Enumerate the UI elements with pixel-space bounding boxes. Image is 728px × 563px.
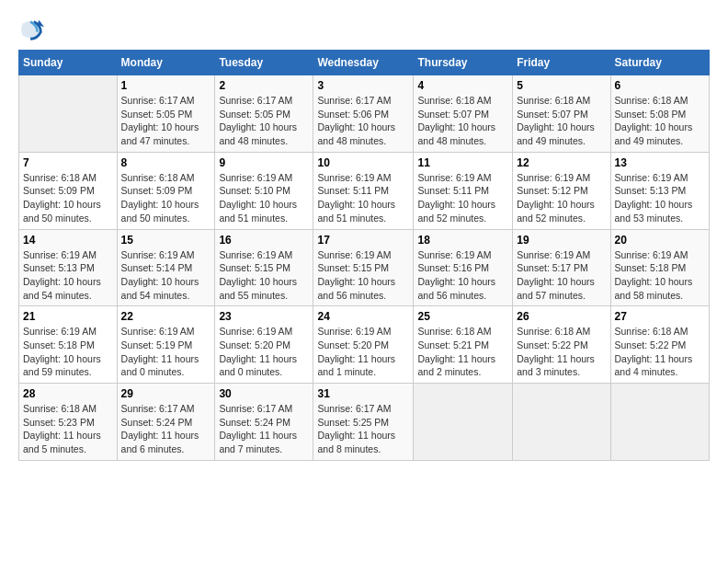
day-info: Sunrise: 6:19 AMSunset: 5:10 PMDaylight:… [219,171,309,225]
day-cell [610,384,709,461]
week-row-4: 21Sunrise: 6:19 AMSunset: 5:18 PMDayligh… [19,306,710,384]
day-number: 23 [219,310,309,323]
day-info: Sunrise: 6:18 AMSunset: 5:07 PMDaylight:… [517,94,606,148]
day-number: 4 [417,79,508,92]
day-number: 15 [121,234,211,247]
day-info: Sunrise: 6:19 AMSunset: 5:20 PMDaylight:… [219,325,309,379]
page: SundayMondayTuesdayWednesdayThursdayFrid… [0,0,728,472]
day-info: Sunrise: 6:19 AMSunset: 5:15 PMDaylight:… [219,248,309,303]
col-header-thursday: Thursday [414,51,513,75]
day-cell: 19Sunrise: 6:19 AMSunset: 5:17 PMDayligh… [513,229,610,306]
day-cell: 3Sunrise: 6:17 AMSunset: 5:06 PMDaylight… [313,75,414,153]
day-cell: 24Sunrise: 6:19 AMSunset: 5:20 PMDayligh… [313,306,414,384]
day-cell [513,384,610,461]
day-info: Sunrise: 6:19 AMSunset: 5:14 PMDaylight:… [121,248,211,303]
day-info: Sunrise: 6:18 AMSunset: 5:23 PMDaylight:… [23,402,113,456]
day-number: 29 [121,387,211,400]
day-info: Sunrise: 6:19 AMSunset: 5:18 PMDaylight:… [23,325,113,379]
week-row-2: 7Sunrise: 6:18 AMSunset: 5:09 PMDaylight… [19,152,710,229]
day-cell: 20Sunrise: 6:19 AMSunset: 5:18 PMDayligh… [610,229,709,306]
col-header-sunday: Sunday [19,51,118,75]
day-info: Sunrise: 6:19 AMSunset: 5:20 PMDaylight:… [317,325,409,379]
day-number: 17 [317,234,409,247]
day-cell: 21Sunrise: 6:19 AMSunset: 5:18 PMDayligh… [19,306,118,384]
day-cell: 23Sunrise: 6:19 AMSunset: 5:20 PMDayligh… [215,306,313,384]
day-number: 30 [219,387,309,400]
day-number: 6 [615,79,705,92]
day-number: 11 [417,156,508,169]
day-info: Sunrise: 6:19 AMSunset: 5:15 PMDaylight:… [317,248,409,303]
day-number: 10 [317,156,409,169]
day-cell: 12Sunrise: 6:19 AMSunset: 5:12 PMDayligh… [513,152,610,229]
day-number: 20 [615,234,705,247]
day-cell: 22Sunrise: 6:19 AMSunset: 5:19 PMDayligh… [117,306,215,384]
day-cell: 11Sunrise: 6:19 AMSunset: 5:11 PMDayligh… [414,152,513,229]
day-cell: 31Sunrise: 6:17 AMSunset: 5:25 PMDayligh… [313,384,414,461]
day-info: Sunrise: 6:18 AMSunset: 5:09 PMDaylight:… [23,171,113,225]
day-cell: 10Sunrise: 6:19 AMSunset: 5:11 PMDayligh… [313,152,414,229]
day-info: Sunrise: 6:18 AMSunset: 5:22 PMDaylight:… [517,325,606,379]
day-number: 2 [219,79,309,92]
day-info: Sunrise: 6:19 AMSunset: 5:11 PMDaylight:… [317,171,409,225]
day-cell: 1Sunrise: 6:17 AMSunset: 5:05 PMDaylight… [117,75,215,153]
col-header-saturday: Saturday [610,51,709,75]
day-number: 3 [317,79,409,92]
week-row-3: 14Sunrise: 6:19 AMSunset: 5:13 PMDayligh… [19,229,710,306]
day-cell: 6Sunrise: 6:18 AMSunset: 5:08 PMDaylight… [610,75,709,153]
day-info: Sunrise: 6:18 AMSunset: 5:07 PMDaylight:… [417,94,508,148]
day-number: 25 [417,310,508,323]
col-header-friday: Friday [513,51,610,75]
day-cell: 25Sunrise: 6:18 AMSunset: 5:21 PMDayligh… [414,306,513,384]
day-info: Sunrise: 6:18 AMSunset: 5:22 PMDaylight:… [615,325,705,379]
day-cell: 14Sunrise: 6:19 AMSunset: 5:13 PMDayligh… [19,229,118,306]
day-number: 5 [517,79,606,92]
day-number: 18 [417,234,508,247]
logo [18,17,46,42]
day-info: Sunrise: 6:19 AMSunset: 5:19 PMDaylight:… [121,325,211,379]
day-info: Sunrise: 6:19 AMSunset: 5:12 PMDaylight:… [517,171,606,225]
day-number: 7 [23,156,113,169]
day-cell: 15Sunrise: 6:19 AMSunset: 5:14 PMDayligh… [117,229,215,306]
day-info: Sunrise: 6:17 AMSunset: 5:05 PMDaylight:… [121,94,211,148]
calendar-table: SundayMondayTuesdayWednesdayThursdayFrid… [18,50,710,461]
day-info: Sunrise: 6:19 AMSunset: 5:16 PMDaylight:… [417,248,508,303]
header [18,17,710,42]
day-number: 16 [219,234,309,247]
col-header-wednesday: Wednesday [313,51,414,75]
day-cell: 27Sunrise: 6:18 AMSunset: 5:22 PMDayligh… [610,306,709,384]
day-cell: 16Sunrise: 6:19 AMSunset: 5:15 PMDayligh… [215,229,313,306]
day-number: 27 [615,310,705,323]
day-cell: 8Sunrise: 6:18 AMSunset: 5:09 PMDaylight… [117,152,215,229]
day-info: Sunrise: 6:19 AMSunset: 5:11 PMDaylight:… [417,171,508,225]
day-cell: 18Sunrise: 6:19 AMSunset: 5:16 PMDayligh… [414,229,513,306]
day-cell: 26Sunrise: 6:18 AMSunset: 5:22 PMDayligh… [513,306,610,384]
day-cell: 30Sunrise: 6:17 AMSunset: 5:24 PMDayligh… [215,384,313,461]
day-number: 19 [517,234,606,247]
day-cell: 5Sunrise: 6:18 AMSunset: 5:07 PMDaylight… [513,75,610,153]
day-info: Sunrise: 6:18 AMSunset: 5:09 PMDaylight:… [121,171,211,225]
day-cell: 4Sunrise: 6:18 AMSunset: 5:07 PMDaylight… [414,75,513,153]
day-number: 13 [615,156,705,169]
day-cell [414,384,513,461]
day-cell: 13Sunrise: 6:19 AMSunset: 5:13 PMDayligh… [610,152,709,229]
day-cell: 7Sunrise: 6:18 AMSunset: 5:09 PMDaylight… [19,152,118,229]
day-number: 24 [317,310,409,323]
logo-icon [18,17,44,42]
day-number: 26 [517,310,606,323]
col-header-monday: Monday [117,51,215,75]
day-cell: 9Sunrise: 6:19 AMSunset: 5:10 PMDaylight… [215,152,313,229]
day-number: 9 [219,156,309,169]
col-header-tuesday: Tuesday [215,51,313,75]
day-info: Sunrise: 6:17 AMSunset: 5:24 PMDaylight:… [219,402,309,456]
week-row-5: 28Sunrise: 6:18 AMSunset: 5:23 PMDayligh… [19,384,710,461]
week-row-1: 1Sunrise: 6:17 AMSunset: 5:05 PMDaylight… [19,75,710,153]
day-cell: 2Sunrise: 6:17 AMSunset: 5:05 PMDaylight… [215,75,313,153]
day-info: Sunrise: 6:17 AMSunset: 5:05 PMDaylight:… [219,94,309,148]
day-number: 31 [317,387,409,400]
day-number: 1 [121,79,211,92]
day-number: 12 [517,156,606,169]
day-cell: 28Sunrise: 6:18 AMSunset: 5:23 PMDayligh… [19,384,118,461]
day-cell [19,75,118,153]
day-info: Sunrise: 6:19 AMSunset: 5:18 PMDaylight:… [615,248,705,303]
day-number: 28 [23,387,113,400]
